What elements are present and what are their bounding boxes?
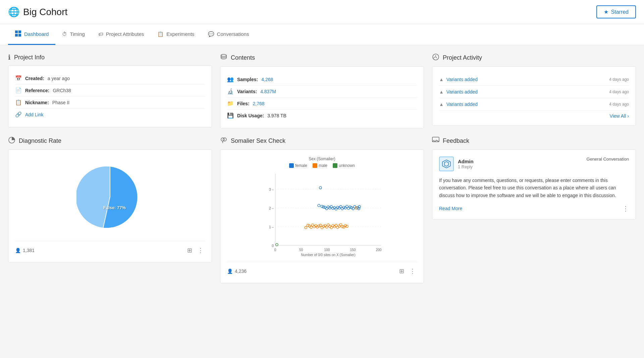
svg-text:100: 100 bbox=[324, 248, 330, 252]
svg-line-6 bbox=[434, 57, 435, 58]
activity-icon-2: ▲ bbox=[439, 89, 444, 95]
add-link[interactable]: Add Link bbox=[25, 112, 43, 117]
svg-text:150: 150 bbox=[350, 248, 356, 252]
legend-male: male bbox=[313, 163, 327, 168]
svg-point-58 bbox=[311, 224, 314, 226]
activity-time-3: 4 days ago bbox=[609, 102, 629, 107]
files-value[interactable]: 2,768 bbox=[253, 101, 265, 106]
starred-label: Starred bbox=[611, 9, 629, 15]
activity-link-3[interactable]: Variants added bbox=[446, 102, 478, 107]
activity-row-3: ▲ Variants added 4 days ago bbox=[439, 98, 629, 111]
admin-reply-count: 1 Reply bbox=[458, 164, 474, 169]
tab-timing[interactable]: ⏱ Timing bbox=[55, 25, 91, 44]
samples-icon: 👥 bbox=[227, 76, 234, 82]
starred-button[interactable]: ★ Starred bbox=[596, 5, 636, 18]
svg-text:2 –: 2 – bbox=[269, 206, 274, 210]
tab-experiments-label: Experiments bbox=[166, 31, 194, 37]
sex-person-icon: 👤 bbox=[227, 268, 233, 274]
unknown-color bbox=[333, 163, 337, 168]
files-icon: 📁 bbox=[227, 100, 234, 107]
nickname-value: Phase II bbox=[52, 100, 69, 105]
created-label: Created: bbox=[25, 76, 44, 81]
reference-row: 📄 Reference: GRCh38 bbox=[15, 84, 205, 97]
conversations-icon: 💬 bbox=[208, 31, 214, 37]
link-icon: 🔗 bbox=[15, 111, 22, 118]
svg-point-34 bbox=[332, 207, 334, 210]
false-label: False: 77% bbox=[103, 205, 126, 210]
dashboard-icon bbox=[15, 30, 21, 38]
activity-row-1: ▲ Variants added 4 days ago bbox=[439, 73, 629, 86]
tab-dashboard[interactable]: Dashboard bbox=[8, 24, 55, 45]
svg-point-52 bbox=[319, 186, 322, 189]
variants-label: Variants: bbox=[237, 89, 257, 94]
activity-icon bbox=[432, 53, 439, 62]
activity-link-1[interactable]: Variants added bbox=[446, 77, 478, 82]
read-more-link[interactable]: Read More bbox=[439, 206, 462, 211]
samples-value[interactable]: 4,268 bbox=[261, 77, 273, 82]
feedback-more-button[interactable]: ⋮ bbox=[622, 204, 629, 213]
variants-row: 🔬 Variants: 4.837M bbox=[227, 85, 417, 98]
view-all-label: View All bbox=[610, 113, 626, 119]
add-comment-button[interactable]: ⊞ bbox=[186, 245, 194, 255]
legend-unknown: unknown bbox=[333, 163, 355, 168]
project-info-header: ℹ Project Info bbox=[8, 53, 212, 61]
top-cards-row: ℹ Project Info 📅 Created: a year ago 📄 R… bbox=[8, 53, 636, 128]
variants-value[interactable]: 4.837M bbox=[260, 89, 276, 94]
bottom-cards-row: Diagnostic Rate bbox=[8, 136, 636, 283]
sex-more-button[interactable]: ⋮ bbox=[408, 266, 417, 276]
variants-icon: 🔬 bbox=[227, 88, 234, 95]
view-all-row: View All › bbox=[439, 111, 629, 119]
tab-dashboard-label: Dashboard bbox=[24, 31, 49, 37]
activity-time-2: 4 days ago bbox=[609, 90, 629, 94]
project-activity-section: Project Activity ▲ Variants added 4 days… bbox=[432, 53, 636, 128]
sex-check-header: Somalier Sex Check bbox=[220, 136, 424, 145]
tab-experiments[interactable]: 📋 Experiments bbox=[151, 25, 201, 44]
svg-text:0: 0 bbox=[272, 244, 274, 248]
svg-marker-87 bbox=[444, 162, 448, 166]
activity-card: ▲ Variants added 4 days ago ▲ Variants a… bbox=[432, 66, 636, 126]
feedback-card: Admin 1 Reply General Conversation If yo… bbox=[432, 150, 636, 220]
sex-sample-count: 4,236 bbox=[235, 268, 247, 274]
sex-check-title: Somalier Sex Check bbox=[231, 137, 285, 144]
contents-card: 👥 Samples: 4,268 🔬 Variants: 4.837M 📁 Fi… bbox=[220, 66, 424, 128]
header: 🌐 Big Cohort ★ Starred bbox=[0, 0, 644, 24]
info-icon: ℹ bbox=[8, 53, 11, 61]
sex-add-button[interactable]: ⊞ bbox=[398, 266, 406, 276]
feedback-user-info: Admin 1 Reply bbox=[439, 157, 474, 171]
legend-female: female bbox=[289, 163, 307, 168]
svg-text:Number of 0/0 sites on X (Soma: Number of 0/0 sites on X (Somalier) bbox=[301, 253, 355, 257]
reference-value: GRCh38 bbox=[53, 88, 71, 93]
diagnostic-rate-card: False: 77% 👤 1,381 ⊞ ⋮ bbox=[8, 150, 212, 262]
tab-conversations[interactable]: 💬 Conversations bbox=[201, 25, 256, 44]
experiments-icon: 📋 bbox=[157, 31, 164, 37]
scatter-chart-area: 0 1 – 2 – 3 – 0 50 100 150 200 Number of… bbox=[230, 171, 414, 258]
diagnostic-rate-section: Diagnostic Rate bbox=[8, 136, 212, 283]
activity-icon-3: ▲ bbox=[439, 102, 444, 107]
feedback-message: If you have any comments, questions, or … bbox=[439, 177, 629, 199]
svg-text:200: 200 bbox=[376, 248, 381, 252]
pie-chart: False: 77% bbox=[76, 163, 144, 230]
main-content: ℹ Project Info 📅 Created: a year ago 📄 R… bbox=[0, 45, 644, 291]
feedback-user-header: Admin 1 Reply General Conversation bbox=[439, 157, 629, 171]
svg-rect-1 bbox=[18, 31, 21, 33]
more-options-button[interactable]: ⋮ bbox=[196, 245, 205, 255]
nickname-label: Nickname: bbox=[25, 100, 49, 105]
activity-title: Project Activity bbox=[443, 54, 482, 61]
feedback-header: Feedback bbox=[432, 136, 636, 145]
view-all-link[interactable]: View All › bbox=[610, 113, 629, 119]
globe-icon: 🌐 bbox=[8, 6, 20, 17]
diag-sample-count: 1,381 bbox=[23, 248, 35, 253]
project-info-card: 📅 Created: a year ago 📄 Reference: GRCh3… bbox=[8, 65, 212, 127]
male-label: male bbox=[319, 163, 327, 168]
diagnostic-rate-header: Diagnostic Rate bbox=[8, 136, 212, 145]
tab-project-attributes[interactable]: 🏷 Project Attributes bbox=[92, 25, 151, 44]
disk-value: 3.978 TB bbox=[267, 113, 286, 118]
unknown-label: unknown bbox=[339, 163, 355, 168]
disk-row: 💾 Disk Usage: 3.978 TB bbox=[227, 110, 417, 121]
add-link-row[interactable]: 🔗 Add Link bbox=[15, 109, 205, 120]
svg-rect-3 bbox=[18, 34, 21, 37]
calendar-icon: 📅 bbox=[15, 75, 22, 81]
activity-link-2[interactable]: Variants added bbox=[446, 89, 478, 95]
user-avatar bbox=[439, 157, 454, 171]
chart-title: Sex (Somalier) bbox=[227, 157, 417, 161]
